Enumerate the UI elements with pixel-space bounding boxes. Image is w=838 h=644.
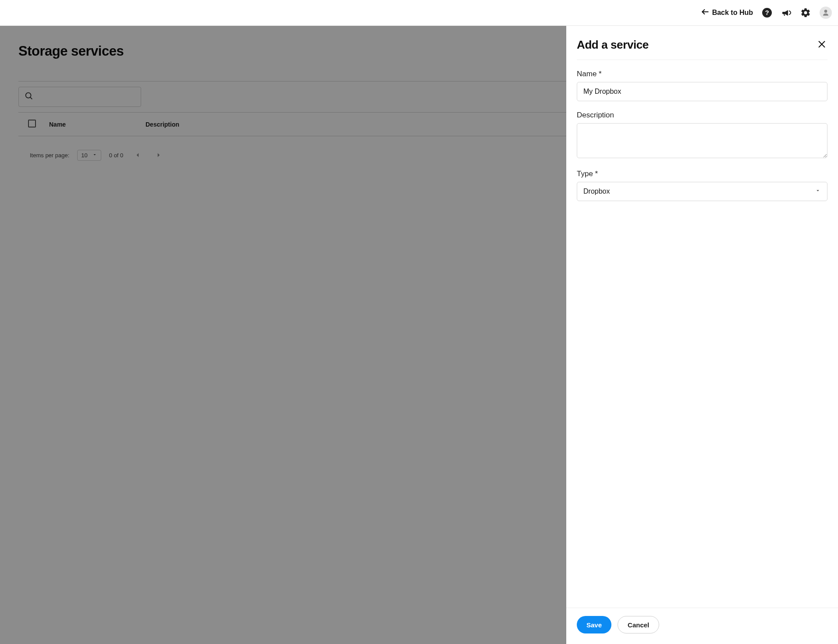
type-field: Type * Dropbox	[577, 170, 827, 201]
close-icon	[817, 39, 827, 51]
name-input[interactable]	[577, 82, 827, 101]
panel-body: Add a service Name * Description Type * …	[566, 26, 838, 608]
add-service-panel: Add a service Name * Description Type * …	[566, 26, 838, 644]
announcements-icon[interactable]	[781, 7, 792, 18]
arrow-left-icon	[701, 7, 710, 18]
back-to-hub-label: Back to Hub	[712, 9, 753, 17]
type-select[interactable]: Dropbox	[577, 182, 827, 201]
help-icon[interactable]: ?	[762, 7, 772, 18]
cancel-button[interactable]: Cancel	[618, 616, 659, 633]
name-field: Name *	[577, 70, 827, 101]
panel-title: Add a service	[577, 38, 649, 52]
type-value: Dropbox	[583, 188, 610, 195]
type-label: Type *	[577, 170, 827, 178]
description-label: Description	[577, 111, 827, 120]
save-button[interactable]: Save	[577, 616, 611, 633]
topbar: Back to Hub ?	[0, 0, 838, 26]
chevron-down-icon	[815, 188, 821, 195]
svg-text:?: ?	[765, 9, 769, 16]
close-button[interactable]	[816, 39, 827, 51]
description-input[interactable]	[577, 123, 827, 158]
gear-icon[interactable]	[800, 7, 811, 18]
page: Storage services Name Description	[0, 26, 838, 644]
description-field: Description	[577, 111, 827, 160]
avatar[interactable]	[820, 7, 832, 19]
panel-footer: Save Cancel	[566, 608, 838, 644]
back-to-hub-button[interactable]: Back to Hub	[701, 7, 753, 18]
name-label: Name *	[577, 70, 827, 78]
panel-header: Add a service	[577, 38, 827, 60]
